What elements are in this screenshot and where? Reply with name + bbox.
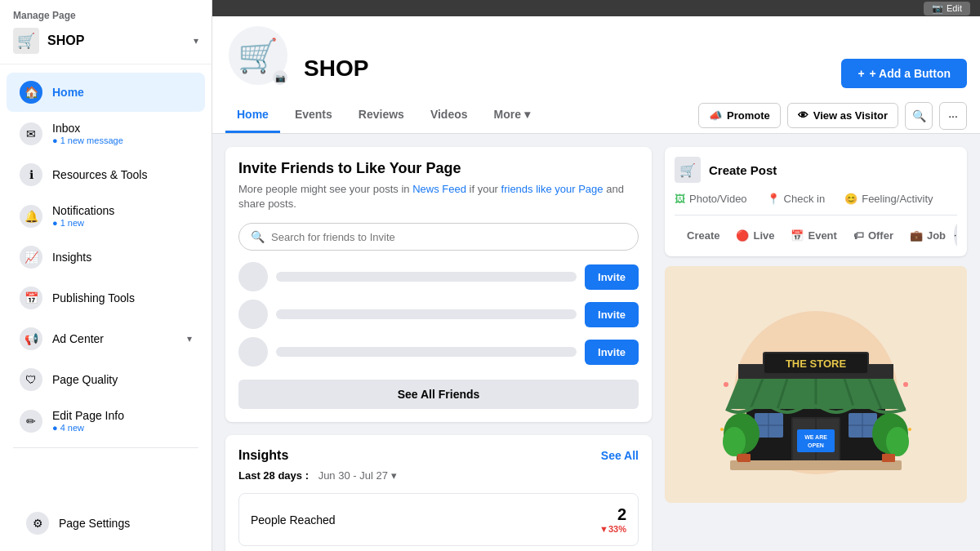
feeling-action[interactable]: 😊 Feeling/Activity — [844, 193, 933, 205]
friend-avatar-1 — [238, 262, 268, 291]
create-post-label: Create Post — [709, 163, 777, 177]
job-tool-button[interactable]: 💼 Job — [902, 224, 954, 247]
offer-tool-button[interactable]: 🏷 Offer — [845, 224, 902, 247]
invite-button-2[interactable]: Invite — [585, 302, 639, 327]
check-in-action[interactable]: 📍 Check in — [767, 193, 826, 205]
people-reached-label: People Reached — [251, 513, 336, 527]
content-left: Invite Friends to Like Your Page More pe… — [225, 147, 652, 538]
inbox-badge: ● 1 new message — [52, 136, 192, 145]
sidebar-item-notifications[interactable]: 🔔 Notifications ● 1 new — [7, 196, 205, 236]
add-button-icon: + — [858, 67, 864, 80]
edit-page-info-badge: ● 4 new — [52, 423, 192, 433]
promote-label: Promote — [727, 109, 770, 122]
sidebar-item-edit-page-info[interactable]: ✏ Edit Page Info ● 4 new — [7, 401, 205, 441]
sidebar-settings-label: Page Settings — [59, 517, 185, 530]
page-selector[interactable]: 🛒 SHOP ▾ — [13, 28, 198, 54]
ellipsis-icon: ··· — [948, 109, 958, 122]
sidebar-item-page-quality[interactable]: 🛡 Page Quality — [7, 360, 205, 399]
svg-point-28 — [723, 427, 746, 456]
live-label: Live — [753, 229, 774, 242]
job-icon: 💼 — [910, 229, 923, 242]
insights-title: Insights — [238, 448, 288, 463]
metric-people-reached: People Reached 2 ▼33% — [238, 493, 639, 546]
svg-point-37 — [720, 428, 724, 431]
edit-cover-button[interactable]: 📷 Edit — [924, 2, 970, 16]
more-icon: ··· — [954, 229, 957, 241]
sidebar-resources-label: Resources & Tools — [52, 168, 192, 181]
invite-search-box: 🔍 — [238, 223, 639, 251]
page-title: SHOP — [304, 56, 828, 88]
insights-card: Insights See All Last 28 days : Jun 30 -… — [225, 435, 652, 551]
profile-section: 🛒 📷 SHOP + + Add a Button Home Events Re… — [212, 16, 980, 134]
photo-video-label: Photo/Video — [689, 193, 747, 205]
svg-point-31 — [886, 427, 909, 456]
live-tool-button[interactable]: 🔴 Live — [728, 224, 782, 247]
view-as-visitor-button[interactable]: 👁 View as Visitor — [787, 103, 898, 128]
profile-avatar-wrap: 🛒 📷 — [225, 23, 291, 88]
sidebar-footer: ⚙ Page Settings — [0, 495, 212, 551]
ad-center-icon: 📢 — [20, 327, 42, 350]
svg-text:THE STORE: THE STORE — [786, 358, 846, 370]
check-in-label: Check in — [784, 193, 826, 205]
resources-icon: ℹ — [20, 163, 42, 186]
offer-icon: 🏷 — [853, 229, 864, 242]
content-right: 🛒 Create Post 🖼 Photo/Video 📍 Check in 😊 — [665, 147, 967, 538]
promote-button[interactable]: 📣 Promote — [698, 103, 781, 128]
megaphone-icon: 📣 — [709, 109, 722, 122]
insights-icon: 📈 — [20, 246, 42, 269]
tab-more[interactable]: More ▾ — [483, 98, 541, 133]
sidebar-home-label: Home — [52, 86, 192, 99]
edit-cover-label: Edit — [947, 3, 962, 13]
post-tool-more-button[interactable]: ··· — [954, 224, 957, 247]
friend-row-2: Invite — [238, 300, 639, 329]
sidebar-item-inbox[interactable]: ✉ Inbox ● 1 new message — [7, 113, 205, 153]
sidebar-divider — [13, 447, 198, 448]
see-all-friends-button[interactable]: See All Friends — [238, 380, 639, 409]
profile-top: 🛒 📷 SHOP + + Add a Button — [225, 16, 967, 98]
event-tool-button[interactable]: 📅 Event — [782, 224, 844, 247]
settings-icon: ⚙ — [26, 512, 49, 535]
sidebar-nav: 🏠 Home ✉ Inbox ● 1 new message ℹ Resourc… — [0, 64, 212, 495]
feeling-label: Feeling/Activity — [862, 193, 933, 205]
ad-center-chevron-icon: ▾ — [187, 333, 192, 344]
view-as-visitor-label: View as Visitor — [813, 109, 888, 122]
sidebar-item-insights[interactable]: 📈 Insights — [7, 238, 205, 277]
sidebar-item-page-settings[interactable]: ⚙ Page Settings — [13, 504, 198, 543]
people-reached-change: ▼33% — [599, 524, 626, 534]
page-tabs: Home Events Reviews Videos More ▾ 📣 Prom… — [225, 98, 967, 133]
insights-period: Last 28 days : Jun 30 - Jul 27 ▾ — [238, 469, 639, 482]
friend-row-3: Invite — [238, 337, 639, 367]
manage-page-label: Manage Page — [13, 10, 198, 21]
sidebar-item-ad-center[interactable]: 📢 Ad Center ▾ — [7, 319, 205, 358]
sidebar-item-home[interactable]: 🏠 Home — [7, 73, 205, 112]
more-options-button[interactable]: ··· — [939, 102, 967, 130]
newsfeed-link[interactable]: News Feed — [412, 183, 466, 195]
photo-video-action[interactable]: 🖼 Photo/Video — [675, 193, 747, 205]
tab-events[interactable]: Events — [283, 98, 344, 133]
create-label: Create — [687, 229, 719, 242]
search-icon-small: 🔍 — [251, 230, 265, 243]
add-button-cta[interactable]: + + Add a Button — [841, 59, 967, 88]
search-button[interactable]: 🔍 — [905, 102, 933, 130]
sidebar-publishing-label: Publishing Tools — [52, 291, 192, 304]
svg-text:WE ARE: WE ARE — [804, 434, 827, 440]
tab-reviews[interactable]: Reviews — [347, 98, 416, 133]
svg-rect-17 — [797, 429, 835, 452]
tab-home[interactable]: Home — [225, 98, 280, 133]
photo-video-icon: 🖼 — [675, 193, 685, 205]
sidebar-item-publishing-tools[interactable]: 📅 Publishing Tools — [7, 278, 205, 318]
feeling-icon: 😊 — [844, 193, 858, 205]
edit-avatar-button[interactable]: 📷 — [273, 70, 287, 85]
invite-button-1[interactable]: Invite — [585, 264, 639, 290]
notifications-icon: 🔔 — [20, 205, 42, 228]
sidebar-item-resources[interactable]: ℹ Resources & Tools — [7, 155, 205, 194]
friends-link[interactable]: friends like your Page — [501, 183, 604, 195]
create-tool-button[interactable]: Create — [675, 224, 728, 247]
svg-rect-33 — [737, 454, 751, 462]
invite-search-input[interactable] — [271, 231, 626, 243]
live-icon: 🔴 — [736, 229, 749, 242]
invite-button-3[interactable]: Invite — [585, 340, 639, 365]
insights-see-all-link[interactable]: See All — [601, 449, 639, 462]
period-dropdown-icon[interactable]: ▾ — [391, 469, 397, 482]
tab-videos[interactable]: Videos — [419, 98, 479, 133]
